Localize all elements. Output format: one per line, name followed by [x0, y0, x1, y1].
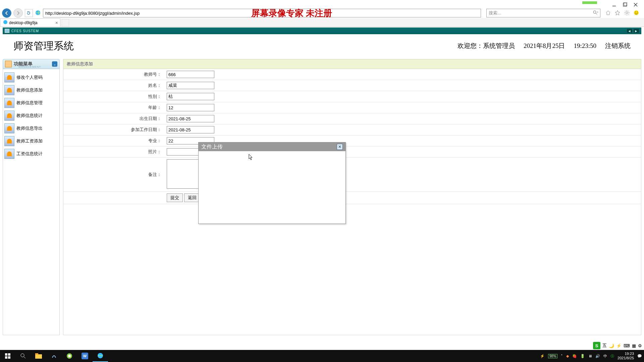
sidebar-item-label: 修改个人密码	[16, 74, 43, 80]
lightning-icon[interactable]: ⚡	[616, 343, 622, 348]
submit-button[interactable]: 提交	[167, 193, 183, 202]
sidebar-item-salary-stats[interactable]: 工资信息统计	[3, 147, 59, 160]
start-button[interactable]	[0, 350, 15, 362]
sidebar-item-label: 教师工资添加	[16, 138, 43, 144]
tab-close-icon[interactable]: ×	[55, 20, 58, 25]
notifications-icon[interactable]: 💬	[637, 354, 642, 358]
address-bar[interactable]: http://desktop-d9ig9ja:8080/jzggl/admin/…	[43, 9, 481, 17]
page-header: 师资管理系统 欢迎您：系统管理员 2021年8月25日 19:23:50 注销系…	[3, 35, 641, 57]
taskbar-clock[interactable]: 19:23 2021/8/25	[618, 352, 634, 360]
settings-icon[interactable]	[624, 10, 630, 17]
sidebar-item-label: 工资信息统计	[16, 151, 43, 157]
home-icon[interactable]	[605, 10, 611, 17]
sidebar-item-label: 教师信息统计	[16, 113, 43, 119]
ie-page-icon	[35, 10, 41, 17]
tray-ime-icon[interactable]: Ⓢ	[610, 354, 614, 359]
browser-search-box[interactable]: 搜索...	[486, 9, 600, 17]
clock-time: 19:23	[618, 352, 634, 356]
tray-up-icon[interactable]: ˄	[561, 354, 563, 358]
input-age[interactable]	[167, 104, 214, 111]
tray-ime-label[interactable]: 中	[603, 354, 607, 359]
sidebar-item-salary-add[interactable]: 教师工资添加	[3, 135, 59, 147]
svg-rect-13	[5, 353, 7, 356]
minimize-button[interactable]	[612, 2, 616, 7]
taskbar-app-1[interactable]	[46, 350, 62, 362]
label-birth: 出生日期：	[63, 113, 164, 124]
sidebar-item-change-password[interactable]: 修改个人密码	[3, 71, 59, 84]
input-birth[interactable]	[167, 115, 214, 122]
header-time: 19:23:50	[574, 42, 596, 50]
nav-forward-button[interactable]	[13, 8, 23, 18]
svg-rect-16	[8, 356, 10, 359]
sidebar-item-label: 教师信息添加	[16, 87, 43, 93]
input-workdate[interactable]	[167, 126, 214, 133]
svg-line-7	[596, 13, 597, 14]
taskbar-wps[interactable]: W	[77, 350, 93, 362]
tab-favicon	[3, 20, 8, 25]
battery-indicator[interactable]: 98%	[548, 354, 557, 358]
sidebar-item-teacher-export[interactable]: 教师信息导出	[3, 122, 59, 135]
moon-icon[interactable]: 🌙	[609, 343, 614, 348]
svg-text:W: W	[83, 354, 87, 358]
label-teacher-no: 教师号：	[63, 69, 164, 80]
panel-title: 教师信息添加	[63, 59, 641, 69]
tray-icon-3[interactable]: 🔋	[580, 354, 585, 358]
sidebar-collapse-icon[interactable]: ⌄	[52, 61, 57, 67]
app-nav-next[interactable]: ►	[633, 28, 639, 33]
browser-tab[interactable]: desktop-d9ig9ja ×	[0, 18, 60, 26]
label-remark: 备注：	[63, 158, 164, 192]
user-icon	[4, 85, 14, 95]
svg-point-11	[637, 12, 638, 12]
input-name[interactable]	[167, 82, 214, 89]
bolt-icon[interactable]: ⚡	[540, 354, 545, 358]
svg-point-8	[626, 12, 628, 14]
header-date: 2021年8月25日	[524, 42, 565, 50]
input-gender[interactable]	[167, 93, 214, 100]
keyboard-icon[interactable]: ⌨	[624, 343, 630, 348]
back-button[interactable]: 返回	[184, 193, 200, 202]
refresh-dropdown[interactable]	[25, 9, 33, 17]
tray-icon-2[interactable]: 🍓	[572, 354, 577, 358]
maximize-button[interactable]	[623, 2, 627, 7]
taskbar-ie-active[interactable]	[93, 350, 108, 362]
favorites-icon[interactable]	[614, 10, 621, 17]
ime-mode-label[interactable]: 五	[602, 343, 607, 349]
sidebar-item-teacher-stats[interactable]: 教师信息统计	[3, 109, 59, 122]
tray-volume-icon[interactable]: 🔊	[595, 354, 600, 358]
logout-link[interactable]: 注销系统	[605, 42, 631, 50]
tray-icon-1[interactable]: ◆	[566, 354, 569, 358]
tray-network-icon[interactable]: 🖥	[588, 354, 592, 358]
tab-title: desktop-d9ig9ja	[9, 20, 38, 25]
content-panel: 教师信息添加 教师号： 姓名： 性别： 年龄： 出生日期： 参加工作日期： 专业…	[63, 59, 641, 335]
sidebar-header: 功能菜单 MANAGEMENT ⌄	[3, 59, 60, 69]
file-upload-dialog: 文件上传 ✕	[198, 142, 346, 224]
new-tab-button[interactable]	[62, 19, 69, 26]
label-age: 年龄：	[63, 102, 164, 113]
svg-rect-15	[5, 356, 7, 359]
emoji-icon[interactable]	[633, 10, 639, 17]
search-icon[interactable]	[593, 10, 598, 16]
dialog-title: 文件上传	[201, 143, 223, 150]
settings-icon[interactable]: ⚙	[638, 343, 642, 348]
nav-back-button[interactable]	[2, 8, 11, 18]
grid-icon[interactable]: ▦	[632, 343, 636, 348]
label-photo: 照片：	[63, 146, 164, 158]
taskbar-app-2[interactable]	[62, 350, 77, 362]
recorder-overlay-text: 屏幕录像专家 未注册	[251, 7, 478, 19]
sidebar-item-label: 教师信息导出	[16, 125, 43, 131]
address-url: http://desktop-d9ig9ja:8080/jzggl/admin/…	[45, 11, 140, 16]
sidebar-item-teacher-add[interactable]: 教师信息添加	[3, 84, 59, 97]
taskbar-search[interactable]	[15, 350, 31, 362]
sidebar-item-teacher-manage[interactable]: 教师信息管理	[3, 97, 59, 109]
app-nav-prev[interactable]: ◄	[627, 28, 633, 33]
ime-badge-icon[interactable]: S	[593, 342, 600, 349]
taskbar-explorer[interactable]	[31, 350, 46, 362]
app-titlebar: CFES SUSTEM ◄ ►	[3, 27, 641, 34]
close-button[interactable]	[633, 2, 638, 7]
system-title: 师资管理系统	[13, 39, 74, 53]
input-teacher-no[interactable]	[167, 71, 214, 78]
dialog-close-button[interactable]: ✕	[337, 144, 343, 150]
svg-point-12	[3, 20, 7, 24]
browser-extra-icons	[602, 10, 642, 17]
ime-toolbar[interactable]: S 五 🌙 ⚡ ⌨ ▦ ⚙	[593, 342, 642, 349]
